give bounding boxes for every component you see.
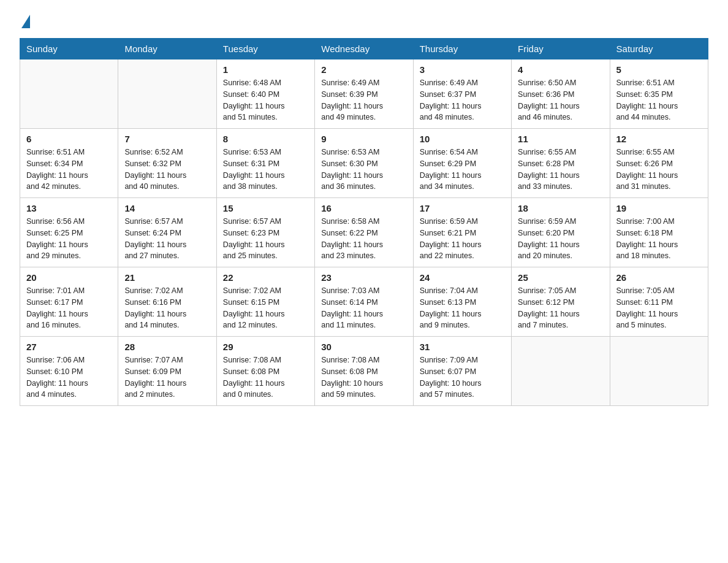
calendar-cell: 24Sunrise: 7:04 AM Sunset: 6:13 PM Dayli… — [413, 267, 511, 337]
day-info: Sunrise: 6:59 AM Sunset: 6:21 PM Dayligh… — [420, 216, 505, 262]
calendar-cell — [512, 337, 610, 406]
calendar-header-thursday: Thursday — [413, 39, 511, 59]
day-info: Sunrise: 7:01 AM Sunset: 6:17 PM Dayligh… — [26, 285, 112, 331]
calendar-cell: 30Sunrise: 7:08 AM Sunset: 6:08 PM Dayli… — [315, 337, 413, 406]
day-number: 25 — [518, 272, 603, 283]
day-info: Sunrise: 7:05 AM Sunset: 6:12 PM Dayligh… — [518, 285, 603, 331]
calendar-cell: 26Sunrise: 7:05 AM Sunset: 6:11 PM Dayli… — [610, 267, 708, 337]
page-header — [20, 15, 708, 28]
calendar-cell: 15Sunrise: 6:57 AM Sunset: 6:23 PM Dayli… — [216, 198, 314, 267]
day-number: 12 — [616, 134, 702, 144]
day-number: 24 — [420, 272, 505, 283]
calendar-table: SundayMondayTuesdayWednesdayThursdayFrid… — [20, 38, 708, 406]
calendar-cell: 8Sunrise: 6:53 AM Sunset: 6:31 PM Daylig… — [216, 129, 314, 198]
calendar-cell: 22Sunrise: 7:02 AM Sunset: 6:15 PM Dayli… — [216, 267, 314, 337]
day-info: Sunrise: 6:52 AM Sunset: 6:32 PM Dayligh… — [124, 147, 210, 193]
day-number: 28 — [124, 342, 210, 352]
calendar-cell: 11Sunrise: 6:55 AM Sunset: 6:28 PM Dayli… — [512, 129, 610, 198]
day-number: 27 — [26, 342, 112, 352]
day-number: 10 — [420, 134, 505, 144]
day-info: Sunrise: 7:08 AM Sunset: 6:08 PM Dayligh… — [321, 354, 406, 400]
calendar-cell: 2Sunrise: 6:49 AM Sunset: 6:39 PM Daylig… — [315, 59, 413, 129]
calendar-header-monday: Monday — [118, 39, 216, 59]
day-number: 23 — [321, 272, 406, 283]
calendar-cell: 23Sunrise: 7:03 AM Sunset: 6:14 PM Dayli… — [315, 267, 413, 337]
day-number: 22 — [223, 272, 308, 283]
day-number: 31 — [420, 342, 505, 352]
day-info: Sunrise: 7:07 AM Sunset: 6:09 PM Dayligh… — [124, 354, 210, 400]
calendar-cell: 4Sunrise: 6:50 AM Sunset: 6:36 PM Daylig… — [512, 59, 610, 129]
calendar-cell: 1Sunrise: 6:48 AM Sunset: 6:40 PM Daylig… — [216, 59, 314, 129]
day-number: 2 — [321, 64, 406, 75]
calendar-cell: 18Sunrise: 6:59 AM Sunset: 6:20 PM Dayli… — [512, 198, 610, 267]
logo — [20, 15, 30, 28]
day-number: 13 — [26, 203, 112, 213]
day-info: Sunrise: 6:59 AM Sunset: 6:20 PM Dayligh… — [518, 216, 603, 262]
day-info: Sunrise: 6:53 AM Sunset: 6:30 PM Dayligh… — [321, 147, 406, 193]
day-info: Sunrise: 6:57 AM Sunset: 6:24 PM Dayligh… — [124, 216, 210, 262]
day-info: Sunrise: 6:55 AM Sunset: 6:26 PM Dayligh… — [616, 147, 702, 193]
day-number: 9 — [321, 134, 406, 144]
calendar-cell: 6Sunrise: 6:51 AM Sunset: 6:34 PM Daylig… — [20, 129, 118, 198]
day-number: 19 — [616, 203, 702, 213]
day-info: Sunrise: 6:49 AM Sunset: 6:37 PM Dayligh… — [420, 77, 505, 123]
day-number: 20 — [26, 272, 112, 283]
day-info: Sunrise: 6:54 AM Sunset: 6:29 PM Dayligh… — [420, 147, 505, 193]
day-number: 18 — [518, 203, 603, 213]
day-number: 30 — [321, 342, 406, 352]
day-info: Sunrise: 6:49 AM Sunset: 6:39 PM Dayligh… — [321, 77, 406, 123]
calendar-week-row: 1Sunrise: 6:48 AM Sunset: 6:40 PM Daylig… — [20, 59, 708, 129]
day-number: 16 — [321, 203, 406, 213]
calendar-header-row: SundayMondayTuesdayWednesdayThursdayFrid… — [20, 39, 708, 59]
day-info: Sunrise: 7:02 AM Sunset: 6:16 PM Dayligh… — [124, 285, 210, 331]
day-info: Sunrise: 6:58 AM Sunset: 6:22 PM Dayligh… — [321, 216, 406, 262]
day-number: 14 — [124, 203, 210, 213]
calendar-cell: 5Sunrise: 6:51 AM Sunset: 6:35 PM Daylig… — [610, 59, 708, 129]
day-info: Sunrise: 6:56 AM Sunset: 6:25 PM Dayligh… — [26, 216, 112, 262]
day-number: 1 — [223, 64, 308, 75]
calendar-cell: 25Sunrise: 7:05 AM Sunset: 6:12 PM Dayli… — [512, 267, 610, 337]
calendar-cell: 21Sunrise: 7:02 AM Sunset: 6:16 PM Dayli… — [118, 267, 216, 337]
day-info: Sunrise: 7:03 AM Sunset: 6:14 PM Dayligh… — [321, 285, 406, 331]
calendar-cell: 16Sunrise: 6:58 AM Sunset: 6:22 PM Dayli… — [315, 198, 413, 267]
calendar-cell — [20, 59, 118, 129]
calendar-header-tuesday: Tuesday — [216, 39, 314, 59]
day-info: Sunrise: 6:48 AM Sunset: 6:40 PM Dayligh… — [223, 77, 308, 123]
day-info: Sunrise: 7:08 AM Sunset: 6:08 PM Dayligh… — [223, 354, 308, 400]
calendar-header-friday: Friday — [512, 39, 610, 59]
day-info: Sunrise: 7:09 AM Sunset: 6:07 PM Dayligh… — [420, 354, 505, 400]
day-info: Sunrise: 6:50 AM Sunset: 6:36 PM Dayligh… — [518, 77, 603, 123]
calendar-cell: 31Sunrise: 7:09 AM Sunset: 6:07 PM Dayli… — [413, 337, 511, 406]
calendar-cell: 27Sunrise: 7:06 AM Sunset: 6:10 PM Dayli… — [20, 337, 118, 406]
day-number: 29 — [223, 342, 308, 352]
calendar-cell: 12Sunrise: 6:55 AM Sunset: 6:26 PM Dayli… — [610, 129, 708, 198]
day-number: 7 — [124, 134, 210, 144]
day-info: Sunrise: 7:02 AM Sunset: 6:15 PM Dayligh… — [223, 285, 308, 331]
calendar-week-row: 6Sunrise: 6:51 AM Sunset: 6:34 PM Daylig… — [20, 129, 708, 198]
calendar-cell: 13Sunrise: 6:56 AM Sunset: 6:25 PM Dayli… — [20, 198, 118, 267]
calendar-header-wednesday: Wednesday — [315, 39, 413, 59]
day-number: 8 — [223, 134, 308, 144]
day-info: Sunrise: 7:05 AM Sunset: 6:11 PM Dayligh… — [616, 285, 702, 331]
calendar-cell: 19Sunrise: 7:00 AM Sunset: 6:18 PM Dayli… — [610, 198, 708, 267]
calendar-week-row: 27Sunrise: 7:06 AM Sunset: 6:10 PM Dayli… — [20, 337, 708, 406]
day-number: 11 — [518, 134, 603, 144]
calendar-week-row: 20Sunrise: 7:01 AM Sunset: 6:17 PM Dayli… — [20, 267, 708, 337]
day-info: Sunrise: 7:06 AM Sunset: 6:10 PM Dayligh… — [26, 354, 112, 400]
day-number: 15 — [223, 203, 308, 213]
calendar-cell: 7Sunrise: 6:52 AM Sunset: 6:32 PM Daylig… — [118, 129, 216, 198]
day-number: 17 — [420, 203, 505, 213]
calendar-cell — [610, 337, 708, 406]
calendar-cell: 9Sunrise: 6:53 AM Sunset: 6:30 PM Daylig… — [315, 129, 413, 198]
calendar-header-saturday: Saturday — [610, 39, 708, 59]
calendar-cell — [118, 59, 216, 129]
calendar-cell: 17Sunrise: 6:59 AM Sunset: 6:21 PM Dayli… — [413, 198, 511, 267]
day-number: 6 — [26, 134, 112, 144]
logo-triangle-icon — [21, 15, 30, 28]
calendar-cell: 14Sunrise: 6:57 AM Sunset: 6:24 PM Dayli… — [118, 198, 216, 267]
day-number: 4 — [518, 64, 603, 75]
day-number: 21 — [124, 272, 210, 283]
day-info: Sunrise: 6:51 AM Sunset: 6:34 PM Dayligh… — [26, 147, 112, 193]
calendar-week-row: 13Sunrise: 6:56 AM Sunset: 6:25 PM Dayli… — [20, 198, 708, 267]
day-info: Sunrise: 6:55 AM Sunset: 6:28 PM Dayligh… — [518, 147, 603, 193]
